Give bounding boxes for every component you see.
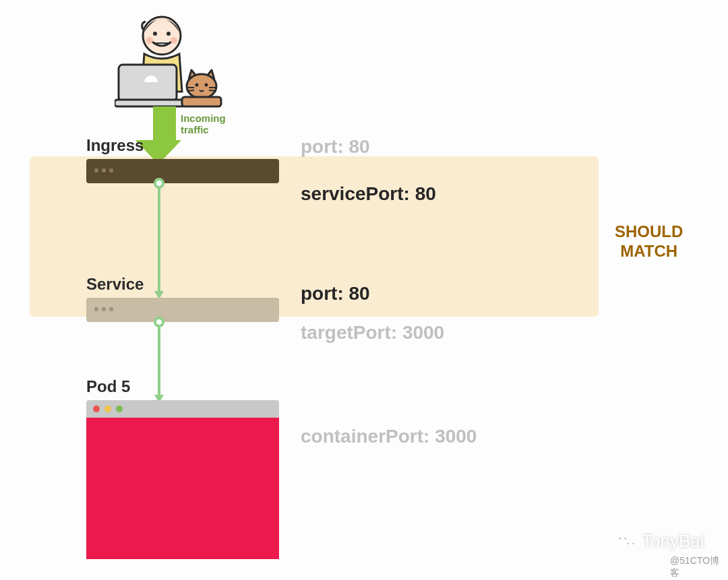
watermark-source: @51CTO博客 xyxy=(670,555,728,579)
svg-rect-10 xyxy=(182,97,221,106)
service-bar-dots xyxy=(94,307,113,311)
service-port-label: servicePort: 80 xyxy=(301,183,436,205)
service-bar xyxy=(86,298,279,322)
svg-point-13 xyxy=(619,538,621,540)
ingress-bar-dots xyxy=(94,168,113,172)
svg-point-1 xyxy=(153,32,157,36)
pod-titlebar xyxy=(86,400,279,418)
svg-point-12 xyxy=(624,539,638,550)
svg-point-14 xyxy=(625,538,627,540)
svg-rect-6 xyxy=(115,100,185,106)
flow-line-1 xyxy=(158,187,160,294)
traffic-light-red-icon xyxy=(93,406,100,412)
container-port-label: containerPort: 3000 xyxy=(301,426,477,447)
should-match-label: SHOULD MATCH xyxy=(615,222,683,261)
ingress-heading: Ingress xyxy=(86,136,144,155)
svg-point-2 xyxy=(166,32,171,36)
ingress-port-label: port: 80 xyxy=(301,136,370,158)
incoming-traffic-label: Incoming traffic xyxy=(181,113,235,135)
pod-heading: Pod 5 xyxy=(86,377,130,396)
pod-body xyxy=(86,418,279,559)
wechat-icon xyxy=(615,532,638,557)
watermark-name: TonyBai xyxy=(642,531,704,552)
target-port-label: targetPort: 3000 xyxy=(301,322,444,344)
incoming-arrow xyxy=(147,106,181,164)
user-illustration xyxy=(115,5,222,113)
flow-line-2 xyxy=(158,326,160,397)
svg-point-16 xyxy=(632,543,634,545)
pod-window xyxy=(86,400,279,559)
ingress-bar xyxy=(86,159,279,183)
svc-port-label: port: 80 xyxy=(301,283,370,304)
traffic-light-yellow-icon xyxy=(104,406,111,412)
traffic-light-green-icon xyxy=(116,406,123,412)
svg-rect-5 xyxy=(119,65,177,101)
should-match-text: SHOULD MATCH xyxy=(615,222,683,261)
service-heading: Service xyxy=(86,275,144,294)
svg-point-8 xyxy=(195,84,199,87)
svg-point-3 xyxy=(146,37,153,44)
svg-point-7 xyxy=(187,74,216,98)
svg-point-4 xyxy=(171,37,177,44)
svg-point-15 xyxy=(628,543,630,545)
svg-point-9 xyxy=(205,84,208,87)
svg-point-0 xyxy=(143,17,181,55)
